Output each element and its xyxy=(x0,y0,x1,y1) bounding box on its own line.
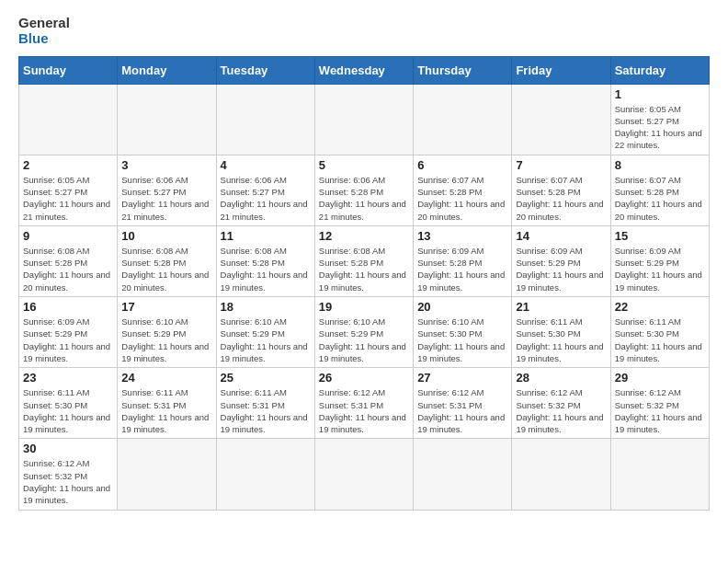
day-info: Sunrise: 6:11 AM Sunset: 5:30 PM Dayligh… xyxy=(516,316,606,364)
calendar-cell xyxy=(216,84,314,155)
day-info: Sunrise: 6:10 AM Sunset: 5:30 PM Dayligh… xyxy=(417,316,507,364)
calendar-cell: 5Sunrise: 6:06 AM Sunset: 5:28 PM Daylig… xyxy=(314,155,413,225)
day-info: Sunrise: 6:12 AM Sunset: 5:32 PM Dayligh… xyxy=(23,457,113,506)
day-info: Sunrise: 6:11 AM Sunset: 5:30 PM Dayligh… xyxy=(615,316,705,364)
calendar-cell xyxy=(118,439,216,510)
calendar-cell: 24Sunrise: 6:11 AM Sunset: 5:31 PM Dayli… xyxy=(118,368,216,439)
day-number: 7 xyxy=(516,158,606,172)
calendar-cell: 2Sunrise: 6:05 AM Sunset: 5:27 PM Daylig… xyxy=(19,155,118,225)
page-container: General Blue SundayMondayTuesdayWednesda… xyxy=(18,15,710,511)
day-info: Sunrise: 6:07 AM Sunset: 5:28 PM Dayligh… xyxy=(615,174,705,223)
day-number: 20 xyxy=(417,300,507,314)
day-info: Sunrise: 6:11 AM Sunset: 5:31 PM Dayligh… xyxy=(121,386,211,435)
day-number: 13 xyxy=(417,229,507,243)
day-info: Sunrise: 6:10 AM Sunset: 5:29 PM Dayligh… xyxy=(121,316,211,364)
day-number: 30 xyxy=(23,442,113,455)
calendar-cell: 15Sunrise: 6:09 AM Sunset: 5:29 PM Dayli… xyxy=(610,225,709,296)
calendar-cell: 11Sunrise: 6:08 AM Sunset: 5:28 PM Dayli… xyxy=(216,225,314,296)
calendar-cell: 13Sunrise: 6:09 AM Sunset: 5:28 PM Dayli… xyxy=(414,225,512,296)
day-info: Sunrise: 6:07 AM Sunset: 5:28 PM Dayligh… xyxy=(516,174,606,223)
day-number: 2 xyxy=(23,158,113,172)
day-number: 3 xyxy=(121,158,211,172)
calendar-cell: 17Sunrise: 6:10 AM Sunset: 5:29 PM Dayli… xyxy=(118,297,216,368)
header-day-monday: Monday xyxy=(118,56,216,84)
calendar-cell: 9Sunrise: 6:08 AM Sunset: 5:28 PM Daylig… xyxy=(19,225,118,296)
calendar-cell: 21Sunrise: 6:11 AM Sunset: 5:30 PM Dayli… xyxy=(512,297,610,368)
calendar-cell: 6Sunrise: 6:07 AM Sunset: 5:28 PM Daylig… xyxy=(414,155,512,225)
day-number: 5 xyxy=(319,158,409,172)
day-number: 29 xyxy=(615,371,705,385)
day-info: Sunrise: 6:05 AM Sunset: 5:27 PM Dayligh… xyxy=(23,174,113,223)
day-info: Sunrise: 6:08 AM Sunset: 5:28 PM Dayligh… xyxy=(23,245,113,293)
calendar-header-row: SundayMondayTuesdayWednesdayThursdayFrid… xyxy=(19,56,710,84)
day-number: 23 xyxy=(23,371,113,385)
calendar-cell xyxy=(118,84,216,155)
calendar-cell: 27Sunrise: 6:12 AM Sunset: 5:31 PM Dayli… xyxy=(414,368,512,439)
calendar-cell xyxy=(512,439,610,510)
day-info: Sunrise: 6:11 AM Sunset: 5:31 PM Dayligh… xyxy=(221,386,311,435)
day-number: 18 xyxy=(221,300,311,314)
calendar-week-6: 30Sunrise: 6:12 AM Sunset: 5:32 PM Dayli… xyxy=(19,439,710,510)
day-info: Sunrise: 6:10 AM Sunset: 5:29 PM Dayligh… xyxy=(221,316,311,364)
calendar-cell xyxy=(216,439,314,510)
day-info: Sunrise: 6:08 AM Sunset: 5:28 PM Dayligh… xyxy=(319,245,409,293)
day-number: 17 xyxy=(121,300,211,314)
calendar-cell: 18Sunrise: 6:10 AM Sunset: 5:29 PM Dayli… xyxy=(216,297,314,368)
day-number: 14 xyxy=(516,229,606,243)
day-number: 8 xyxy=(615,158,705,172)
day-info: Sunrise: 6:12 AM Sunset: 5:31 PM Dayligh… xyxy=(319,386,409,435)
day-info: Sunrise: 6:05 AM Sunset: 5:27 PM Dayligh… xyxy=(615,103,705,152)
day-number: 4 xyxy=(221,158,311,172)
calendar-cell: 4Sunrise: 6:06 AM Sunset: 5:27 PM Daylig… xyxy=(216,155,314,225)
calendar-cell xyxy=(414,84,512,155)
day-number: 6 xyxy=(417,158,507,172)
calendar-cell: 22Sunrise: 6:11 AM Sunset: 5:30 PM Dayli… xyxy=(610,297,709,368)
calendar-cell: 29Sunrise: 6:12 AM Sunset: 5:32 PM Dayli… xyxy=(610,368,709,439)
header-day-friday: Friday xyxy=(512,56,610,84)
day-info: Sunrise: 6:09 AM Sunset: 5:29 PM Dayligh… xyxy=(516,245,606,293)
calendar-cell xyxy=(414,439,512,510)
calendar-week-1: 1Sunrise: 6:05 AM Sunset: 5:27 PM Daylig… xyxy=(19,84,710,155)
day-info: Sunrise: 6:06 AM Sunset: 5:28 PM Dayligh… xyxy=(319,174,409,223)
calendar-cell xyxy=(512,84,610,155)
calendar-cell: 8Sunrise: 6:07 AM Sunset: 5:28 PM Daylig… xyxy=(610,155,709,225)
day-number: 27 xyxy=(417,371,507,385)
calendar-cell: 12Sunrise: 6:08 AM Sunset: 5:28 PM Dayli… xyxy=(314,225,413,296)
day-info: Sunrise: 6:07 AM Sunset: 5:28 PM Dayligh… xyxy=(417,174,507,223)
calendar-cell xyxy=(610,439,709,510)
calendar-cell: 16Sunrise: 6:09 AM Sunset: 5:29 PM Dayli… xyxy=(19,297,118,368)
header-day-saturday: Saturday xyxy=(610,56,709,84)
day-number: 21 xyxy=(516,300,606,314)
day-number: 28 xyxy=(516,371,606,385)
day-info: Sunrise: 6:10 AM Sunset: 5:29 PM Dayligh… xyxy=(319,316,409,364)
logo: General Blue xyxy=(18,15,70,47)
calendar-cell: 3Sunrise: 6:06 AM Sunset: 5:27 PM Daylig… xyxy=(118,155,216,225)
day-number: 22 xyxy=(615,300,705,314)
calendar-cell xyxy=(19,84,118,155)
day-info: Sunrise: 6:12 AM Sunset: 5:31 PM Dayligh… xyxy=(417,386,507,435)
calendar-cell: 28Sunrise: 6:12 AM Sunset: 5:32 PM Dayli… xyxy=(512,368,610,439)
day-info: Sunrise: 6:06 AM Sunset: 5:27 PM Dayligh… xyxy=(221,174,311,223)
day-number: 25 xyxy=(221,371,311,385)
day-info: Sunrise: 6:12 AM Sunset: 5:32 PM Dayligh… xyxy=(615,386,705,435)
day-info: Sunrise: 6:11 AM Sunset: 5:30 PM Dayligh… xyxy=(23,386,113,435)
day-info: Sunrise: 6:09 AM Sunset: 5:29 PM Dayligh… xyxy=(23,316,113,364)
calendar-week-2: 2Sunrise: 6:05 AM Sunset: 5:27 PM Daylig… xyxy=(19,155,710,225)
calendar-table: SundayMondayTuesdayWednesdayThursdayFrid… xyxy=(18,56,710,511)
header-day-wednesday: Wednesday xyxy=(314,56,413,84)
day-number: 1 xyxy=(615,87,705,101)
calendar-cell: 26Sunrise: 6:12 AM Sunset: 5:31 PM Dayli… xyxy=(314,368,413,439)
header: General Blue xyxy=(18,15,710,47)
day-number: 11 xyxy=(221,229,311,243)
day-info: Sunrise: 6:09 AM Sunset: 5:29 PM Dayligh… xyxy=(615,245,705,293)
logo-general: General xyxy=(18,15,70,30)
calendar-cell: 10Sunrise: 6:08 AM Sunset: 5:28 PM Dayli… xyxy=(118,225,216,296)
calendar-cell xyxy=(314,439,413,510)
day-number: 26 xyxy=(319,371,409,385)
header-day-thursday: Thursday xyxy=(414,56,512,84)
calendar-cell: 20Sunrise: 6:10 AM Sunset: 5:30 PM Dayli… xyxy=(414,297,512,368)
day-number: 9 xyxy=(23,229,113,243)
header-day-tuesday: Tuesday xyxy=(216,56,314,84)
calendar-cell: 14Sunrise: 6:09 AM Sunset: 5:29 PM Dayli… xyxy=(512,225,610,296)
day-number: 16 xyxy=(23,300,113,314)
